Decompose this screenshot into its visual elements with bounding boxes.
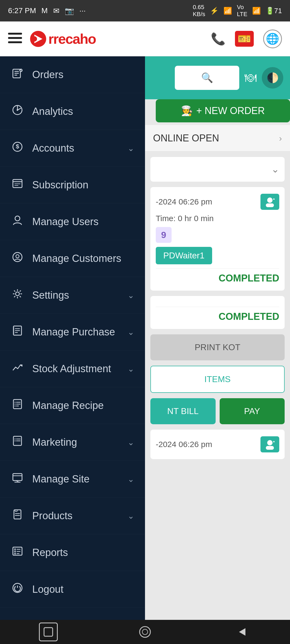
- gmail-icon: M: [41, 6, 48, 15]
- stock-adjustment-icon: [11, 362, 24, 376]
- svg-rect-60: [15, 551, 16, 552]
- settings-icon: [11, 288, 24, 302]
- logout-icon: [11, 582, 24, 596]
- sidebar-item-products[interactable]: Products ⌄: [0, 497, 145, 534]
- sidebar-item-marketing[interactable]: Marketing ⌄: [0, 424, 145, 461]
- sidebar-item-manage-recipe[interactable]: Manage Recipe: [0, 387, 145, 424]
- online-open-label: ONLINE OPEN: [153, 133, 219, 144]
- message-icon: ✉: [53, 6, 59, 15]
- manage-purchase-chevron: ⌄: [128, 327, 134, 337]
- sidebar-label-manage-users: Manage Users: [32, 216, 134, 228]
- svg-rect-0: [8, 33, 22, 35]
- sidebar-item-manage-customers[interactable]: Manage Customers: [0, 240, 145, 277]
- data-speed: 0.65KB/s: [193, 4, 205, 18]
- tickets-icon[interactable]: 🎫: [235, 31, 254, 47]
- sidebar-item-stock-adjustment[interactable]: Stock Adjustment ⌄: [0, 350, 145, 387]
- svg-point-9: [267, 440, 273, 445]
- sidebar-item-orders[interactable]: Orders: [0, 56, 145, 93]
- sidebar-label-manage-customers: Manage Customers: [32, 253, 134, 264]
- products-icon: [11, 509, 24, 523]
- sidebar-label-settings: Settings: [32, 290, 119, 301]
- new-order-button[interactable]: 🧑‍🍳 + NEW ORDER: [156, 99, 290, 122]
- svg-rect-54: [15, 510, 17, 511]
- manage-users-icon: [11, 215, 24, 229]
- order-status-1: COMPLETED: [156, 273, 279, 284]
- sidebar-label-products: Products: [32, 510, 119, 522]
- theme-toggle-icon[interactable]: 🌓: [262, 67, 283, 89]
- home-button[interactable]: [39, 623, 58, 641]
- sidebar-label-manage-site: Manage Site: [32, 473, 119, 485]
- sidebar-item-accounts[interactable]: $ Accounts ⌄: [0, 130, 145, 167]
- svg-rect-10: [266, 446, 274, 450]
- action-buttons-row1: PRINT KOT: [150, 334, 285, 360]
- sidebar-item-manage-users[interactable]: Manage Users: [0, 203, 145, 240]
- sidebar-label-manage-purchase: Manage Purchase: [32, 326, 119, 338]
- search-icon: 🔍: [201, 72, 213, 83]
- svg-rect-66: [44, 628, 53, 636]
- logo-text: rrecaho: [48, 31, 96, 47]
- svg-point-67: [140, 627, 150, 637]
- sidebar-item-reports[interactable]: Reports: [0, 534, 145, 571]
- items-button[interactable]: ITEMS: [150, 366, 285, 393]
- sidebar-item-analytics[interactable]: Analytics: [0, 93, 145, 130]
- svg-point-30: [16, 255, 19, 258]
- status-bar-left: 6:27 PM M ✉ 📷 ···: [8, 6, 86, 15]
- signal-icon: 📶: [223, 7, 232, 15]
- search-box[interactable]: 🔍: [175, 66, 239, 90]
- manage-site-chevron: ⌄: [128, 474, 134, 484]
- bottom-order-avatar: [260, 436, 279, 452]
- pay-button[interactable]: PAY: [220, 398, 285, 424]
- right-content-panel: 🔍 🍽 🌓 🧑‍🍳 + NEW ORDER ONLINE OPEN › ⌄ -2…: [145, 56, 290, 620]
- settings-chevron: ⌄: [128, 291, 134, 300]
- order-filter-dropdown[interactable]: ⌄: [150, 157, 285, 182]
- bottom-navigation: [0, 620, 290, 644]
- svg-point-68: [142, 629, 148, 635]
- sidebar-item-manage-purchase[interactable]: Manage Purchase ⌄: [0, 314, 145, 350]
- orders-icon: [11, 68, 24, 82]
- svg-rect-1: [8, 37, 22, 39]
- sidebar-item-logout[interactable]: Logout: [0, 571, 145, 608]
- globe-icon[interactable]: 🌐: [263, 30, 282, 48]
- print-bill-button[interactable]: NT BILL: [150, 398, 216, 424]
- phone-icon[interactable]: 📞: [211, 32, 226, 46]
- svg-point-21: [17, 109, 18, 111]
- status-bar-right: 0.65KB/s ⚡ 📶 VoLTE 📶 🔋71: [193, 4, 282, 18]
- hamburger-menu-icon[interactable]: [8, 32, 22, 46]
- back-button[interactable]: [232, 623, 251, 641]
- sidebar-label-subscription: Subscription: [32, 179, 134, 191]
- sidebar-label-logout: Logout: [32, 584, 134, 595]
- new-order-row: 🧑‍🍳 + NEW ORDER: [145, 99, 290, 125]
- action-buttons-row2: ITEMS: [150, 366, 285, 393]
- status-time: 6:27 PM: [8, 6, 36, 15]
- sidebar-item-subscription[interactable]: Subscription: [0, 167, 145, 203]
- instagram-icon: 📷: [65, 6, 74, 15]
- sidebar-label-stock-adjustment: Stock Adjustment: [32, 363, 119, 375]
- sidebar: Orders Analytics $ Accounts ⌄: [0, 56, 145, 620]
- print-kot-button[interactable]: PRINT KOT: [150, 334, 285, 360]
- order-badge-1: 9: [156, 227, 172, 243]
- right-top-bar: 🔍 🍽 🌓: [145, 56, 290, 99]
- sidebar-item-settings[interactable]: Settings ⌄: [0, 277, 145, 314]
- analytics-icon: [11, 104, 24, 118]
- order-datetime-1: -2024 06:26 pm: [156, 197, 212, 206]
- manage-purchase-icon: [11, 325, 24, 339]
- recent-apps-button[interactable]: [136, 623, 154, 641]
- new-order-icon: 🧑‍🍳: [181, 105, 193, 116]
- sidebar-label-marketing: Marketing: [32, 437, 119, 448]
- stock-adjustment-chevron: ⌄: [128, 364, 134, 374]
- svg-rect-62: [15, 553, 16, 554]
- accounts-chevron: ⌄: [128, 144, 134, 153]
- main-area: 🔍 🍽 🌓 🧑‍🍳 + NEW ORDER ONLINE OPEN › ⌄ -2…: [0, 56, 290, 620]
- sidebar-label-manage-recipe: Manage Recipe: [32, 400, 134, 411]
- sidebar-label-reports: Reports: [32, 547, 134, 558]
- app-bar: rrecaho 📞 🎫 🌐: [0, 21, 290, 56]
- sidebar-item-manage-site[interactable]: Manage Site ⌄: [0, 461, 145, 497]
- table-icon: 🍽: [245, 71, 256, 85]
- bluetooth-icon: ⚡: [210, 7, 219, 15]
- online-open-bar[interactable]: ONLINE OPEN ›: [145, 125, 290, 152]
- order-status-2: COMPLETED: [156, 311, 279, 322]
- dropdown-chevron: ⌄: [271, 164, 279, 175]
- marketing-chevron: ⌄: [128, 438, 134, 447]
- svg-marker-69: [239, 628, 245, 636]
- waiter-tag-1: PDWaiter1: [156, 247, 212, 264]
